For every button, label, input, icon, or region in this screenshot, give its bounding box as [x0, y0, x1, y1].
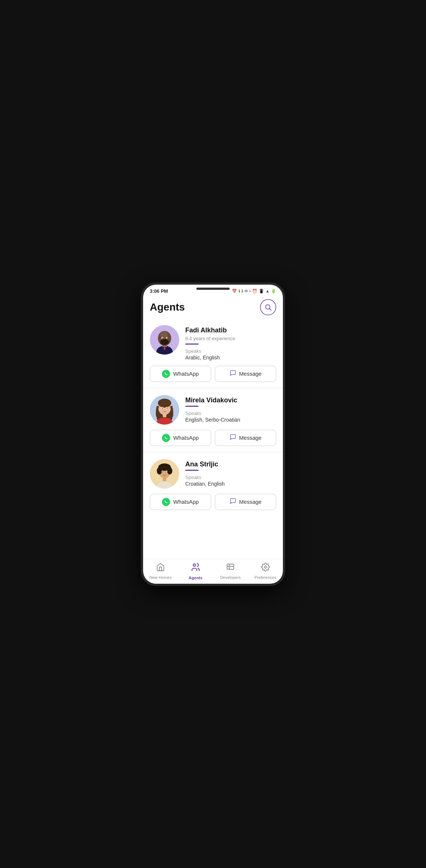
- status-icons: 📅 ℹ ℹ ✉ • ⏰ 📳 ▲ 🔋: [232, 289, 276, 294]
- whatsapp-icon-ana: [162, 498, 170, 506]
- agent-actions-fadi: WhatsApp Message: [150, 366, 276, 382]
- status-time: 3:06 PM: [150, 288, 168, 294]
- svg-point-11: [166, 338, 167, 338]
- agent-info-mirela: Mirela Vidakovic Speaks English, Serbo-C…: [185, 395, 276, 423]
- agent-actions-ana: WhatsApp Message: [150, 494, 276, 510]
- agent-top-fadi: Fadi Alkhatib 8.4 years of experience Sp…: [150, 325, 276, 361]
- agents-icon: [191, 562, 200, 574]
- message-label-ana: Message: [239, 499, 262, 505]
- svg-point-28: [157, 467, 162, 475]
- svg-point-39: [264, 566, 267, 568]
- whatsapp-label-fadi: WhatsApp: [173, 371, 199, 377]
- whatsapp-label-mirela: WhatsApp: [173, 435, 199, 441]
- whatsapp-button-fadi[interactable]: WhatsApp: [150, 366, 211, 382]
- agent-card-fadi: Fadi Alkhatib 8.4 years of experience Sp…: [143, 318, 283, 388]
- home-icon: [156, 563, 165, 574]
- search-button[interactable]: [260, 299, 276, 315]
- agent-experience-fadi: 8.4 years of experience: [185, 336, 276, 341]
- svg-point-7: [160, 332, 168, 338]
- alarm-icon: ⏰: [252, 289, 257, 294]
- agent-name-fadi: Fadi Alkhatib: [185, 326, 276, 334]
- notification-icon: 📅: [232, 289, 237, 294]
- speaks-value-ana: Croatian, English: [185, 481, 276, 487]
- agent-card-ana: Ana Strljic Speaks Croatian, English W: [143, 452, 283, 516]
- svg-rect-36: [227, 564, 234, 569]
- svg-point-10: [162, 338, 163, 338]
- nav-item-new-homes[interactable]: New Homes: [149, 563, 172, 580]
- message-icon-mirela: [230, 434, 236, 442]
- nav-label-new-homes: New Homes: [149, 575, 172, 580]
- battery-icon: 🔋: [271, 289, 276, 294]
- info-icon-2: ℹ: [241, 289, 243, 294]
- search-icon: [264, 304, 272, 311]
- accent-line-fadi: [185, 343, 199, 345]
- whatsapp-button-mirela[interactable]: WhatsApp: [150, 430, 211, 446]
- message-icon-fadi: [230, 370, 236, 378]
- message-label-mirela: Message: [239, 435, 262, 441]
- info-icon-1: ℹ: [239, 289, 240, 294]
- phone-notch: [196, 288, 230, 290]
- bottom-nav: New Homes Agents: [143, 559, 283, 584]
- agent-info-ana: Ana Strljic Speaks Croatian, English: [185, 459, 276, 487]
- svg-point-33: [166, 471, 167, 472]
- svg-point-32: [162, 471, 163, 472]
- whatsapp-icon-mirela: [162, 434, 170, 442]
- svg-point-35: [193, 564, 196, 566]
- preferences-icon: [261, 563, 270, 574]
- agent-card-mirela: Mirela Vidakovic Speaks English, Serbo-C…: [143, 388, 283, 452]
- message-label-fadi: Message: [239, 371, 262, 377]
- wifi-icon: ▲: [266, 289, 270, 293]
- svg-point-29: [167, 467, 172, 475]
- phone-shell: 3:06 PM 📅 ℹ ℹ ✉ • ⏰ 📳 ▲ 🔋 Agents: [141, 282, 285, 586]
- svg-point-18: [158, 399, 171, 408]
- whatsapp-icon-fadi: [162, 370, 170, 378]
- speaks-value-mirela: English, Serbo-Croatian: [185, 417, 276, 423]
- message-button-mirela[interactable]: Message: [215, 430, 276, 446]
- dot-icon: •: [249, 289, 251, 293]
- speaks-label-fadi: Speaks: [185, 348, 276, 354]
- accent-line-ana: [185, 470, 199, 471]
- svg-point-21: [162, 408, 163, 409]
- whatsapp-button-ana[interactable]: WhatsApp: [150, 494, 211, 510]
- svg-line-1: [270, 308, 271, 310]
- status-bar: 3:06 PM 📅 ℹ ℹ ✉ • ⏰ 📳 ▲ 🔋: [143, 285, 283, 295]
- avatar-ana: [150, 459, 179, 489]
- vibrate-icon: 📳: [259, 289, 264, 294]
- agent-name-ana: Ana Strljic: [185, 460, 276, 468]
- nav-label-developers: Developers: [220, 575, 241, 580]
- nav-item-preferences[interactable]: Preferences: [254, 563, 277, 580]
- nav-label-agents: Agents: [189, 576, 202, 580]
- agent-top-ana: Ana Strljic Speaks Croatian, English: [150, 459, 276, 489]
- agent-actions-mirela: WhatsApp Message: [150, 430, 276, 446]
- speaks-label-ana: Speaks: [185, 475, 276, 480]
- nav-item-developers[interactable]: Developers: [219, 563, 241, 580]
- speaks-value-fadi: Arabic, English: [185, 355, 276, 361]
- agent-top-mirela: Mirela Vidakovic Speaks English, Serbo-C…: [150, 395, 276, 425]
- message-button-fadi[interactable]: Message: [215, 366, 276, 382]
- agent-name-mirela: Mirela Vidakovic: [185, 396, 276, 404]
- nav-item-agents[interactable]: Agents: [185, 562, 207, 580]
- svg-point-22: [166, 408, 168, 409]
- svg-point-6: [160, 339, 169, 345]
- message-button-ana[interactable]: Message: [215, 494, 276, 510]
- mail-icon: ✉: [244, 289, 248, 294]
- avatar-mirela: [150, 395, 179, 425]
- whatsapp-label-ana: WhatsApp: [173, 499, 199, 505]
- avatar-fadi: [150, 325, 179, 355]
- accent-line-mirela: [185, 406, 199, 407]
- phone-screen: 3:06 PM 📅 ℹ ℹ ✉ • ⏰ 📳 ▲ 🔋 Agents: [143, 285, 283, 584]
- message-icon-ana: [230, 498, 236, 506]
- svg-point-34: [164, 477, 165, 479]
- nav-label-preferences: Preferences: [254, 575, 276, 580]
- page-title: Agents: [150, 301, 185, 313]
- speaks-label-mirela: Speaks: [185, 410, 276, 416]
- agent-list: Fadi Alkhatib 8.4 years of experience Sp…: [143, 318, 283, 559]
- app-header: Agents: [143, 295, 283, 318]
- agent-info-fadi: Fadi Alkhatib 8.4 years of experience Sp…: [185, 325, 276, 361]
- developers-icon: [226, 563, 235, 574]
